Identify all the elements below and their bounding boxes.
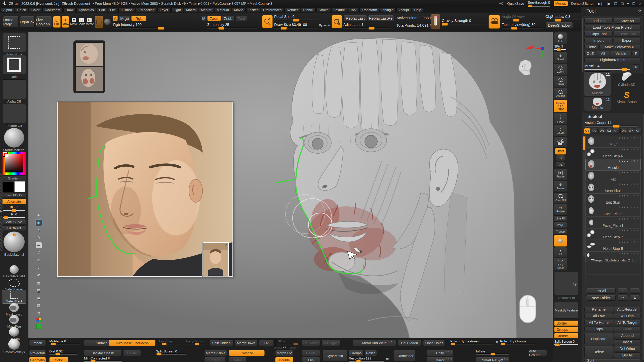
subtool-row[interactable]: ⤵ ●● ◐ ◑ ✎ ◉ Fat — [585, 170, 641, 182]
texture-on-label[interactable]: Texture On — [554, 296, 578, 300]
subtool-tab-v2[interactable]: V2 — [591, 128, 598, 134]
border-button[interactable]: Border — [554, 321, 578, 326]
spix-slider[interactable]: SPix 3 — [554, 45, 566, 50]
y-rotation-button[interactable]: ↺Y — [556, 155, 565, 161]
menu-item[interactable]: Color — [29, 8, 42, 12]
shelf-alpha-off[interactable]: Alpha Off — [2, 79, 26, 103]
refresh-icon[interactable]: ⟳ — [638, 9, 641, 13]
menu-item[interactable]: Light — [171, 8, 183, 12]
deep-shadow-button[interactable]: DeepShadow — [545, 22, 573, 28]
eye-tool-icon[interactable]: ◉ — [36, 220, 42, 226]
tray-scroll-hatch[interactable] — [289, 347, 296, 349]
tray-scroll-arrows[interactable]: ▲▼ — [282, 346, 287, 348]
see-through-slider[interactable]: See-through 0 — [528, 1, 550, 7]
draw-size-slider[interactable]: Draw Size 83.49108 — [274, 23, 317, 28]
rotate-button[interactable]: RRotate — [86, 16, 93, 28]
reference-thumbnail-panel[interactable] — [73, 40, 105, 93]
del-higher-button[interactable]: Del Higher — [321, 340, 340, 346]
copy-doc-icon[interactable]: ❐ — [614, 2, 617, 6]
mode-a-button[interactable]: A — [113, 16, 118, 21]
active-tool-thumbnail[interactable]: 11 Muscle — [584, 71, 611, 96]
floor-button[interactable]: x y z ⊥ Floor — [554, 113, 567, 124]
menu-item[interactable]: Document — [43, 8, 63, 12]
subtool-row[interactable]: ⤵ ●● ◐ ◑ ✎ ◉ Face_Plane1 — [585, 217, 641, 228]
paste-tool-button[interactable]: Paste Tool — [614, 31, 641, 37]
gradient-button[interactable]: Gradient — [2, 176, 26, 180]
accucurve-button[interactable]: AccuCurve — [2, 219, 26, 224]
backfacemask-button[interactable]: BackfaceMask — [84, 350, 121, 356]
resolution-mode-dot[interactable] — [386, 357, 389, 360]
subtool-row[interactable]: ⤵ ●● ◐ ◑ ✎ ◉ Head Step-6 — [585, 147, 641, 159]
subtool-tab-v6[interactable]: V6 — [620, 128, 627, 134]
replay-brush-icon[interactable]: +D — [332, 15, 342, 28]
shelf-scroll-right-icon[interactable]: |||▶ — [606, 2, 611, 6]
menu-item[interactable]: Zscript — [396, 8, 411, 12]
mergedown-button[interactable]: MergeDown — [234, 340, 258, 346]
undo-icon[interactable]: ↶ — [36, 273, 42, 279]
menu-item[interactable]: Texture — [332, 8, 347, 12]
autoreorder-button[interactable]: AutoReorder — [614, 307, 641, 312]
split-screen-slider-bottom[interactable]: Split Screen 0 — [156, 349, 186, 354]
goz-all-button[interactable]: All — [597, 51, 609, 56]
shelf-color-picker[interactable]: Gradient — [2, 152, 26, 180]
auto-groups-button[interactable]: Auto Groups — [529, 350, 547, 356]
field-of-view-slider[interactable]: Field of view(deg) 30 — [502, 23, 542, 28]
move-up-button[interactable]: ↑ — [618, 288, 628, 294]
grid-icon[interactable]: ▦ — [36, 280, 42, 286]
split-button[interactable]: Split — [584, 359, 641, 362]
line-tool-icon[interactable]: ╱ — [36, 250, 42, 256]
m-button[interactable]: M — [201, 16, 206, 21]
dynamic-label[interactable]: Dynamic — [319, 24, 331, 27]
delete-dim2-button[interactable]: Delete — [302, 350, 320, 356]
shelf-startup-material[interactable]: StartupMaterial — [2, 128, 26, 152]
unify-button[interactable]: UnifyX Y Z — [427, 350, 453, 356]
menu-item[interactable]: Macro — [184, 8, 198, 12]
subtool-row[interactable]: ⤵ ●● ◐ ◑ ✎ ◉ Merged_Skull-decimation2_5 — [585, 251, 641, 263]
insert-button[interactable]: Insert — [614, 339, 641, 345]
lightbox-tools-button[interactable]: Lightbox▶Tools — [584, 57, 641, 62]
persp-button[interactable]: Dynamic Persp — [554, 100, 567, 112]
alternate-button[interactable]: Alternate — [2, 199, 26, 204]
goz-button[interactable]: GoZ — [584, 51, 596, 56]
tray-scroll-hatch[interactable] — [274, 347, 282, 349]
rotate-nav-button[interactable]: ↻ Rotate — [554, 204, 567, 215]
color-button[interactable]: Color — [49, 357, 68, 362]
new-folder-button[interactable]: New Folder — [586, 295, 616, 301]
polish-by-groups-slider[interactable]: Polish By Groups — [500, 339, 535, 344]
actual-button[interactable]: Actual — [554, 76, 567, 87]
shelf-basic-material-b[interactable]: BasicMaterialB — [2, 265, 26, 278]
groups-button[interactable]: Groups — [554, 327, 578, 332]
printer-icon[interactable]: ▤ — [36, 288, 42, 294]
subtool-tab-v7[interactable]: V7 — [628, 128, 634, 134]
move-down-button[interactable]: ↓ — [630, 288, 640, 294]
clone-button[interactable]: Clone — [584, 44, 598, 50]
z-intensity-slider[interactable]: Z Intensity 25 — [207, 23, 258, 28]
smart-resym-button[interactable]: Smart ReSymX Y Z — [476, 357, 509, 362]
menu-item[interactable]: Marker — [199, 8, 214, 12]
focal-shift-slider[interactable]: Focal Shift 0 — [274, 15, 317, 20]
main-color-swatch[interactable] — [3, 181, 14, 192]
load-tools-from-project-button[interactable]: Load Tools From Project — [584, 25, 641, 30]
tool-r-button[interactable]: R — [633, 64, 640, 69]
zadd-button[interactable]: Zadd — [207, 16, 221, 21]
reference-photo-panel[interactable]: ✕ — [57, 102, 233, 277]
shelf-mask-pen[interactable]: MaskPen — [2, 315, 26, 328]
morph-uv-button[interactable]: Morph UV — [275, 350, 293, 356]
move-out-button[interactable]: ↷ — [618, 295, 628, 301]
close-holes-button[interactable]: Close Holes — [423, 340, 445, 346]
goz-r-button[interactable]: R — [633, 51, 640, 56]
all-low-button[interactable]: All Low — [584, 313, 613, 319]
color-picker[interactable] — [3, 152, 26, 175]
make-polymesh3d-button[interactable]: Make PolyMesh3D — [599, 44, 641, 50]
stroke-brush-icon[interactable]: +S — [262, 15, 273, 28]
rgb-button[interactable]: Rgb — [131, 16, 146, 21]
zoom-button[interactable]: Zoom — [554, 64, 567, 75]
blur-slider[interactable]: Blur 0 — [3, 205, 25, 211]
shelf-basic-material[interactable]: BasicMaterial — [2, 232, 26, 256]
polyf-button[interactable]: PolyF — [554, 222, 567, 228]
paste-subtool-button[interactable]: Paste — [614, 326, 641, 332]
all-to-target-button[interactable]: All To Target — [614, 320, 641, 325]
camera-head-preview[interactable] — [515, 58, 534, 76]
polish-by-features-slider[interactable]: Polish By Features — [450, 339, 494, 344]
move-nav-button[interactable]: ✛ Move — [554, 181, 567, 192]
